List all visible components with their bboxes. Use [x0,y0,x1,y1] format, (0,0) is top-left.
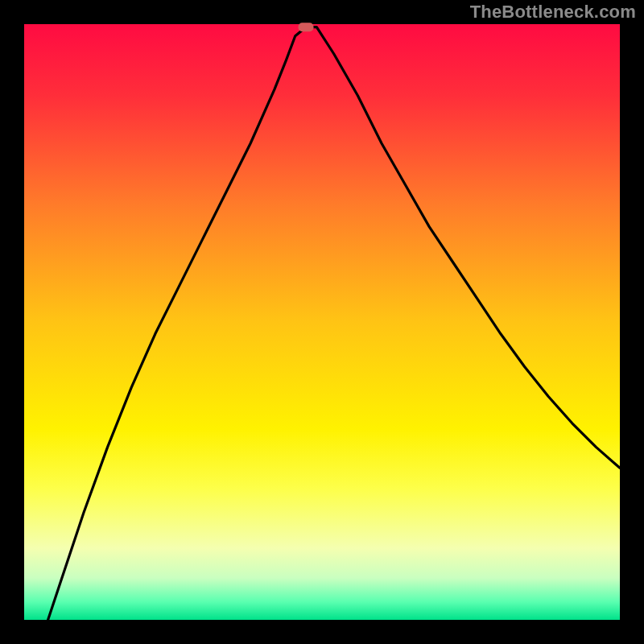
chart-svg [0,0,644,644]
optimum-marker [299,23,314,31]
watermark-text: TheBottleneck.com [470,2,636,23]
plot-background [24,24,620,620]
bottleneck-chart: TheBottleneck.com [0,0,644,644]
